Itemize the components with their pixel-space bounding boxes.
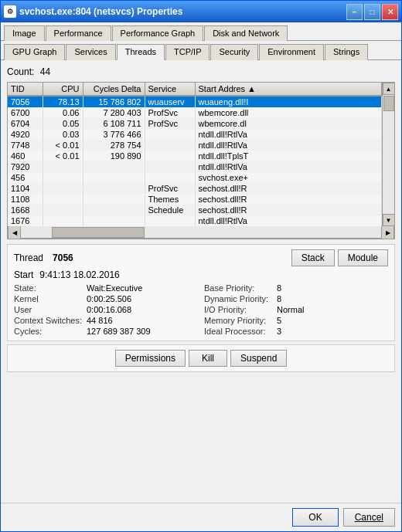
tab-services[interactable]: Services [66, 44, 115, 60]
maximize-button[interactable]: □ [364, 4, 380, 20]
permissions-button[interactable]: Permissions [115, 350, 186, 367]
state-row: State: Wait:Executive [14, 283, 198, 293]
ideal-processor-value: 3 [277, 327, 281, 336]
io-priority-row: I/O Priority: Normal [204, 305, 388, 314]
start-label: Start [14, 269, 33, 280]
base-priority-label: Base Priority: [204, 283, 274, 293]
thread-table: TID CPU Cycles Delta Service Start Addre… [8, 83, 382, 226]
stack-button[interactable]: Stack [291, 249, 335, 266]
main-content: Count: 44 TID CPU Cycles Delta Service S… [1, 60, 401, 503]
dynamic-priority-value: 8 [277, 294, 281, 303]
titlebar-left: ⚙ svchost.exe:804 (netsvcs) Properties [4, 5, 182, 18]
hscroll-track[interactable] [21, 226, 381, 238]
ideal-processor-row: Ideal Processor: 3 [204, 327, 388, 336]
memory-priority-row: Memory Priority: 5 [204, 316, 388, 325]
detail-top-row: Thread 7056 Stack Module [14, 249, 388, 266]
user-label: User [14, 305, 83, 314]
table-row[interactable]: 7920ntdll.dll!RtlVa [8, 161, 382, 172]
table-row[interactable]: 49200.033 776 466ntdll.dll!RtlVa [8, 129, 382, 140]
main-window: ⚙ svchost.exe:804 (netsvcs) Properties −… [0, 0, 402, 532]
table-with-vscroll: TID CPU Cycles Delta Service Start Addre… [8, 83, 394, 226]
thread-value: 7056 [53, 252, 73, 263]
scroll-down-button[interactable]: ▼ [383, 214, 395, 226]
kill-button[interactable]: Kill [189, 350, 227, 367]
col-header-start: Start Addres ▲ [195, 83, 382, 96]
table-row[interactable]: 67040.056 108 711ProfSvcwbemcore.dl [8, 118, 382, 129]
tab-tcpip[interactable]: TCP/IP [165, 44, 210, 60]
module-button[interactable]: Module [338, 249, 388, 266]
table-row[interactable]: 1108Themessechost.dll!R [8, 194, 382, 205]
window-title: svchost.exe:804 (netsvcs) Properties [19, 6, 182, 17]
tab-image[interactable]: Image [4, 25, 45, 41]
tab-row-2: GPU Graph Services Threads TCP/IP Securi… [1, 41, 401, 60]
thread-info: Thread 7056 [14, 252, 73, 263]
ok-button[interactable]: OK [292, 508, 338, 527]
state-value: Wait:Executive [87, 283, 142, 293]
horizontal-scrollbar[interactable]: ◀ ▶ [8, 226, 394, 239]
cycles-row: Cycles: 127 689 387 309 [14, 327, 198, 336]
col-header-tid: TID [8, 83, 43, 96]
table-row[interactable]: 460< 0.01190 890ntdll.dll!TplsT [8, 151, 382, 161]
scroll-track[interactable] [383, 95, 394, 214]
detail-buttons: Stack Module [291, 249, 388, 266]
table-inner: TID CPU Cycles Delta Service Start Addre… [8, 83, 382, 226]
app-icon: ⚙ [4, 5, 16, 18]
count-value: 44 [40, 66, 50, 77]
context-row: Context Switches: 44 816 [14, 316, 198, 325]
tab-gpu-graph[interactable]: GPU Graph [4, 44, 65, 60]
io-priority-value: Normal [277, 305, 304, 314]
hscroll-thumb[interactable] [52, 227, 145, 238]
cycles-value: 127 689 387 309 [87, 327, 151, 336]
scroll-right-button[interactable]: ▶ [381, 226, 393, 239]
table-row[interactable]: 1104ProfSvcsechost.dll!R [8, 183, 382, 194]
kernel-label: Kernel [14, 294, 83, 303]
dynamic-priority-row: Dynamic Priority: 8 [204, 294, 388, 303]
dynamic-priority-label: Dynamic Priority: [204, 294, 274, 303]
tab-disk-network[interactable]: Disk and Network [204, 25, 288, 41]
kernel-row: Kernel 0:00:25.506 [14, 294, 198, 303]
tab-threads[interactable]: Threads [117, 44, 165, 60]
col-header-service: Service [145, 83, 195, 96]
table-row[interactable]: 456svchost.exe+ [8, 172, 382, 183]
context-label: Context Switches: [14, 316, 83, 325]
cycles-label: Cycles: [14, 327, 83, 336]
vertical-scrollbar[interactable]: ▲ ▼ [382, 83, 394, 226]
memory-priority-value: 5 [277, 316, 281, 325]
memory-priority-label: Memory Priority: [204, 316, 274, 325]
start-value: 9:41:13 18.02.2016 [39, 269, 119, 280]
detail-section: Thread 7056 Stack Module Start 9:41:13 1… [7, 244, 395, 341]
count-row: Count: 44 [7, 65, 395, 79]
close-button[interactable]: ✕ [382, 4, 398, 20]
minimize-button[interactable]: − [346, 4, 363, 20]
start-row: Start 9:41:13 18.02.2016 [14, 269, 388, 280]
tab-environment[interactable]: Environment [259, 44, 324, 60]
ideal-processor-label: Ideal Processor: [204, 327, 274, 336]
kernel-value: 0:00:25.506 [87, 294, 131, 303]
col-header-cycles: Cycles Delta [83, 83, 145, 96]
tab-performance-graph[interactable]: Performance Graph [112, 25, 204, 41]
scroll-left-button[interactable]: ◀ [9, 226, 21, 239]
action-buttons-section: Permissions Kill Suspend [7, 344, 395, 372]
base-priority-value: 8 [277, 283, 281, 293]
scroll-up-button[interactable]: ▲ [383, 83, 395, 95]
table-row[interactable]: 1676ntdll.dll!RtlVa [8, 215, 382, 226]
titlebar: ⚙ svchost.exe:804 (netsvcs) Properties −… [1, 1, 401, 22]
table-row[interactable]: 1668Schedulesechost.dll!R [8, 205, 382, 215]
tab-security[interactable]: Security [210, 44, 258, 60]
cancel-button[interactable]: Cancel [343, 508, 395, 527]
suspend-button[interactable]: Suspend [230, 350, 287, 367]
base-priority-row: Base Priority: 8 [204, 283, 388, 293]
tab-performance[interactable]: Performance [46, 25, 111, 41]
col-header-cpu: CPU [43, 83, 83, 96]
thread-table-container: TID CPU Cycles Delta Service Start Addre… [7, 82, 395, 239]
context-value: 44 816 [87, 316, 113, 325]
titlebar-buttons: − □ ✕ [346, 4, 398, 20]
tab-row-1: Image Performance Performance Graph Disk… [1, 22, 401, 41]
table-row[interactable]: 7748< 0.01278 754ntdll.dll!RtlVa [8, 140, 382, 151]
io-priority-label: I/O Priority: [204, 305, 274, 314]
table-row[interactable]: 67000.067 280 403ProfSvcwbemcore.dll [8, 107, 382, 118]
table-row[interactable]: 705678.1315 786 802wuauservwuaueng.dll!I [8, 96, 382, 107]
tab-strings[interactable]: Strings [325, 44, 368, 60]
scroll-thumb[interactable] [383, 96, 394, 111]
detail-grid: State: Wait:Executive Base Priority: 8 K… [14, 283, 388, 336]
